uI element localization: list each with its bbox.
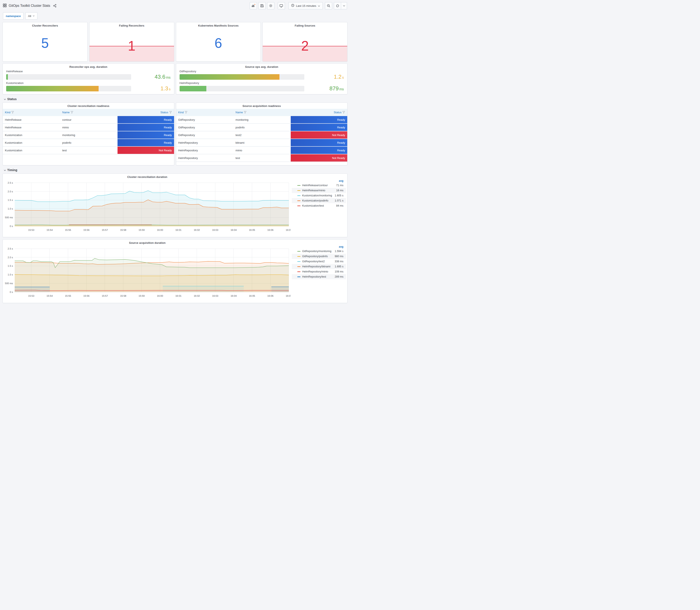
refresh-icon[interactable] <box>334 2 341 9</box>
legend-series-name[interactable]: HelmRelease/minio <box>302 189 325 192</box>
legend-item[interactable]: Kustomization/podinfo1.071 s <box>292 198 346 203</box>
legend-item[interactable]: GitRepository/test2338 ms <box>292 259 346 264</box>
cell-status: Ready <box>117 131 174 139</box>
cell-name: test <box>233 154 291 162</box>
filter-funnel-icon[interactable] <box>244 111 246 114</box>
legend-series-name[interactable]: GitRepository/monitoring <box>302 250 331 253</box>
table-row: HelmReleaseminioReady <box>3 124 174 131</box>
stat-failing-reconcilers[interactable]: Failing Reconcilers 1 <box>89 22 174 62</box>
status-badge: Not Ready <box>117 147 174 154</box>
gauge-row: GitRepository 1.2s <box>180 70 344 80</box>
gauge-row: Kustomization 1.3s <box>6 81 170 92</box>
variable-namespace-value: All <box>28 14 31 18</box>
chevron-down-icon <box>4 168 6 172</box>
gauge-track <box>6 86 131 91</box>
gauge-bar <box>180 86 206 91</box>
cell-kind: Kustomization <box>3 146 60 154</box>
cell-status: Not Ready <box>117 146 174 154</box>
filter-funnel-icon[interactable] <box>70 111 73 114</box>
svg-text:16:00: 16:00 <box>157 294 163 297</box>
legend-item[interactable]: Kustomization/monitoring1.605 s <box>292 193 346 198</box>
svg-text:16:06: 16:06 <box>267 229 274 231</box>
time-range-picker[interactable]: Last 15 minutes <box>288 2 323 9</box>
legend-item[interactable]: HelmRelease/minio16 ms <box>292 188 346 193</box>
legend-item[interactable]: HelmRepository/test289 ms <box>292 274 346 279</box>
legend-series-swatch <box>297 266 300 267</box>
legend-series-name[interactable]: Kustomization/podinfo <box>302 199 328 202</box>
legend-item[interactable]: Kustomization/test84 ms <box>292 203 346 208</box>
table-row: KustomizationmonitoringReady <box>3 131 174 139</box>
panel-title: Source acquisition readiness <box>176 103 347 108</box>
legend-series-avg: 84 ms <box>336 204 343 207</box>
stat-cluster-reconcilers[interactable]: Cluster Reconcilers 5 <box>2 22 87 62</box>
legend-series-name[interactable]: HelmRelease/contour <box>302 184 328 187</box>
grafana-dashboard: GitOps Toolkit Cluster Stats <box>0 0 350 305</box>
status-badge: Ready <box>117 131 174 139</box>
filter-funnel-icon[interactable] <box>169 111 172 114</box>
section-row-timing[interactable]: Timing <box>4 168 350 172</box>
column-header-status[interactable]: Status <box>117 109 174 116</box>
chevron-down-icon <box>318 4 320 7</box>
stat-kubernetes-manifests-sources[interactable]: Kubernetes Manifests Sources 6 <box>176 22 261 62</box>
legend-series-name[interactable]: HelmRepository/bitnami <box>302 265 330 268</box>
settings-gear-icon[interactable] <box>267 2 274 9</box>
tv-kiosk-button[interactable] <box>278 2 285 9</box>
refresh-interval-dropdown[interactable] <box>341 2 347 9</box>
timeseries-plot[interactable]: 15:5315:5415:5515:5615:5715:5815:5916:00… <box>3 244 292 303</box>
section-row-status[interactable]: Status <box>4 97 350 101</box>
legend-item[interactable]: HelmRepository/minio108 ms <box>292 269 346 274</box>
gauge-bar <box>180 74 279 80</box>
cell-kind: GitRepository <box>176 131 233 139</box>
variable-namespace-select[interactable]: All <box>25 12 37 19</box>
clock-icon <box>291 4 294 7</box>
gauge-track <box>180 86 305 91</box>
filter-funnel-icon[interactable] <box>11 111 14 114</box>
cell-kind: GitRepository <box>176 124 233 131</box>
legend-item[interactable]: GitRepository/monitoring1.594 s <box>292 249 346 254</box>
stat-failing-sources[interactable]: Failing Sources 2 <box>262 22 347 62</box>
svg-text:15:59: 15:59 <box>139 229 145 231</box>
svg-text:2.5 s: 2.5 s <box>7 181 13 184</box>
cell-name: podinfo <box>60 139 117 146</box>
gauge-source-ops[interactable]: Source ops avg. duration GitRepository 1… <box>176 63 348 94</box>
panel-title: Cluster Reconcilers <box>3 22 87 27</box>
legend-series-name[interactable]: Kustomization/test <box>302 204 324 207</box>
svg-text:0 s: 0 s <box>10 225 13 227</box>
column-header-kind[interactable]: Kind <box>3 109 60 116</box>
filter-funnel-icon[interactable] <box>185 111 188 114</box>
gauge-reconciler-ops[interactable]: Reconciler ops avg. duration HelmRelease… <box>2 63 174 94</box>
filter-funnel-icon[interactable] <box>342 111 345 114</box>
refresh-button-group <box>334 2 347 9</box>
add-panel-button[interactable] <box>250 2 257 9</box>
legend-series-name[interactable]: GitRepository/podinfo <box>302 255 328 258</box>
timeseries-chart[interactable]: 15:5315:5415:5515:5615:5715:5815:5916:00… <box>3 178 291 232</box>
cell-status: Ready <box>291 124 347 131</box>
svg-text:16:03: 16:03 <box>212 294 218 297</box>
timeseries-plot[interactable]: 15:5315:5415:5515:5615:5715:5815:5916:00… <box>3 178 292 237</box>
share-icon[interactable] <box>53 4 56 7</box>
legend-series-name[interactable]: GitRepository/test2 <box>302 260 325 263</box>
gauge-label: HelmRelease <box>6 70 170 73</box>
legend-series-name[interactable]: HelmRepository/test <box>302 275 326 278</box>
legend-series-name[interactable]: Kustomization/monitoring <box>302 194 332 197</box>
svg-text:16:04: 16:04 <box>231 229 237 231</box>
legend-series-name[interactable]: HelmRepository/minio <box>302 270 328 273</box>
column-header-name[interactable]: Name <box>60 109 117 116</box>
zoom-out-button[interactable] <box>325 2 332 9</box>
legend-item[interactable]: HelmRepository/bitnami1.695 s <box>292 264 346 269</box>
column-header-name[interactable]: Name <box>233 109 291 116</box>
legend-series-avg: 1.695 s <box>335 265 343 268</box>
panel-title: Cluster reconciliation duration <box>3 174 292 178</box>
legend-series-swatch <box>297 261 300 262</box>
gauge-row: HelmRelease 43.6ms <box>6 70 170 80</box>
legend-item[interactable]: GitRepository/podinfo980 ms <box>292 254 346 259</box>
column-header-kind[interactable]: Kind <box>176 109 233 116</box>
panel-title: Failing Reconcilers <box>89 22 174 27</box>
legend-series-avg: 338 ms <box>335 260 343 263</box>
save-dashboard-button[interactable] <box>258 2 266 9</box>
column-header-status[interactable]: Status <box>291 109 347 116</box>
svg-text:16:05: 16:05 <box>249 294 255 297</box>
gauge-value: 43.6ms <box>131 74 170 80</box>
timeseries-chart[interactable]: 15:5315:5415:5515:5615:5715:5815:5916:00… <box>3 244 291 299</box>
legend-item[interactable]: HelmRelease/contour71 ms <box>292 183 346 188</box>
